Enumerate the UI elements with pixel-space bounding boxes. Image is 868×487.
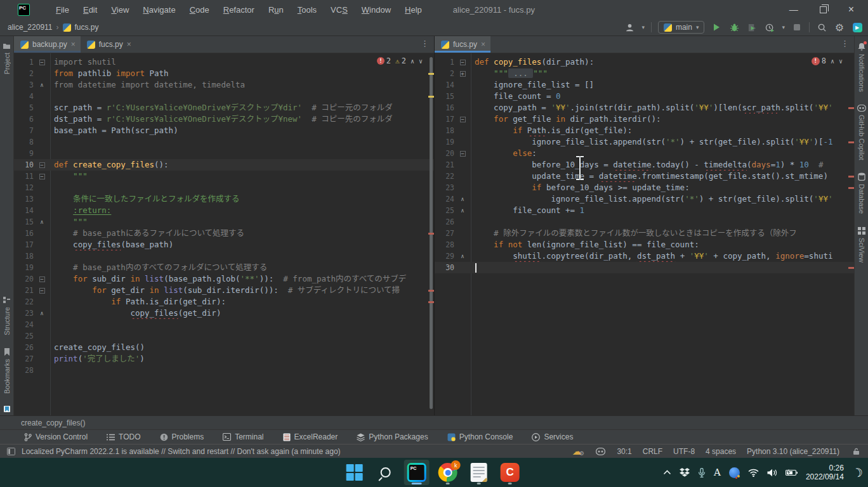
line-number[interactable]: 25 (435, 205, 454, 216)
next-problem-icon[interactable]: ∨ (419, 58, 423, 65)
line-number[interactable]: 13 (14, 193, 34, 205)
code-text[interactable] (50, 330, 434, 342)
prev-problem-icon[interactable]: ∧ (411, 58, 414, 65)
stop-button[interactable] (791, 22, 803, 33)
code-text[interactable] (50, 319, 434, 330)
line-number[interactable]: 28 (435, 239, 454, 250)
code-text[interactable]: copy_files(base_path) (50, 239, 434, 250)
taskbar-chrome-button[interactable]: k (435, 460, 461, 485)
close-icon[interactable]: × (127, 40, 131, 49)
code-text[interactable]: for sub_dir in list(base_path.glob('**')… (50, 273, 434, 285)
bookmark-flag-icon[interactable] (3, 405, 11, 413)
line-number[interactable]: 29 (435, 250, 454, 262)
taskbar-pycharm-button[interactable]: PC (404, 460, 430, 485)
code-line[interactable]: 20− else: (435, 148, 854, 159)
fold-marker[interactable] (34, 228, 50, 239)
code-text[interactable]: if before_10_days >= update_time: (471, 182, 854, 193)
status-message[interactable]: Localized PyCharm 2022.2.1 is available … (22, 447, 341, 456)
taskbar-search-button[interactable] (373, 460, 398, 485)
line-number[interactable]: 9 (14, 148, 34, 159)
code-line[interactable]: 12 (14, 182, 434, 193)
toolwindow-python-console[interactable]: Python Console (447, 432, 513, 441)
fold-marker[interactable]: − (454, 56, 471, 68)
code-text[interactable]: from datetime import datetime, timedelta (50, 79, 434, 91)
menu-code[interactable]: Code (184, 3, 215, 16)
code-line[interactable]: 26 (435, 216, 854, 228)
line-number[interactable]: 15 (14, 216, 34, 228)
code-line[interactable]: 18 (14, 250, 434, 262)
sidebar-item-github-copilot[interactable]: GitHub Copilot (857, 105, 866, 160)
fold-marker[interactable] (34, 365, 50, 376)
minimize-button[interactable]: — (789, 4, 798, 15)
fold-marker[interactable] (34, 102, 50, 114)
chevron-down-icon[interactable]: ▾ (641, 24, 645, 30)
code-line[interactable]: 9 (14, 148, 434, 159)
code-text[interactable]: ignore_file_list = [] (471, 79, 854, 91)
line-number[interactable]: 27 (14, 353, 34, 365)
error-stripe-mark[interactable] (848, 267, 854, 269)
fold-marker[interactable] (454, 228, 471, 239)
close-icon[interactable]: × (71, 40, 76, 49)
status-item[interactable]: 4 spaces (706, 447, 736, 456)
line-number[interactable]: 8 (14, 136, 34, 148)
line-number[interactable]: 28 (14, 365, 34, 376)
line-number[interactable]: 17 (435, 114, 454, 125)
code-text[interactable]: copy_files(get_dir) (50, 308, 434, 319)
code-text[interactable]: """ ... """ (471, 68, 854, 79)
code-text[interactable]: update_time = datetime.fromtimestamp(get… (471, 171, 854, 182)
code-line[interactable]: 14 ignore_file_list = [] (435, 79, 854, 91)
code-line[interactable]: 26create_copy_files() (14, 342, 434, 353)
fold-marker[interactable]: ∧ (34, 308, 50, 319)
code-line[interactable]: 3∧from datetime import datetime, timedel… (14, 79, 434, 91)
fold-marker[interactable] (454, 159, 471, 171)
code-text[interactable]: """ (50, 216, 434, 228)
inspection-widget[interactable]: !2 ⚠2 ∧ ∨ (374, 56, 425, 66)
menu-view[interactable]: View (105, 3, 135, 16)
code-line[interactable]: 8 (14, 136, 434, 148)
code-text[interactable]: for get_file in dir_path.iterdir(): (471, 114, 854, 125)
layout-icon[interactable] (5, 446, 16, 457)
inspection-widget[interactable]: !8 ∧ ∨ (809, 56, 845, 66)
code-text[interactable] (50, 91, 434, 102)
ime-indicator[interactable]: A (714, 467, 721, 478)
menu-tools[interactable]: Tools (292, 3, 322, 16)
taskbar-clock[interactable]: 0:26 2022/09/14 (806, 464, 844, 481)
fold-marker[interactable]: ∧ (454, 250, 471, 262)
run-button[interactable] (711, 22, 722, 33)
code-line[interactable]: 25 (14, 330, 434, 342)
fold-marker[interactable] (34, 342, 50, 353)
gear-icon[interactable]: ⚙ (834, 22, 845, 33)
code-text[interactable] (50, 182, 434, 193)
run-configuration-select[interactable]: main ▾ (658, 21, 705, 34)
sidebar-item-bookmarks[interactable]: Bookmarks (3, 348, 11, 394)
debug-button[interactable] (728, 22, 740, 33)
toolwindow-version-control[interactable]: Version Control (24, 432, 88, 441)
line-number[interactable]: 18 (14, 250, 34, 262)
code-text[interactable]: dst_path = r'C:¥Users¥alice¥OneDrive¥デスク… (50, 114, 434, 125)
line-number[interactable]: 26 (14, 342, 34, 353)
error-stripe-mark[interactable] (848, 176, 854, 178)
code-line[interactable]: 4 (14, 91, 434, 102)
code-line[interactable]: 13 条件に一致したファイルとフォルダを作成する (14, 193, 434, 205)
code-text[interactable] (50, 365, 434, 376)
cloud-settings-icon[interactable]: ☁⚙ (572, 446, 584, 457)
fold-marker[interactable] (34, 91, 50, 102)
code-line[interactable]: 27 # 除外ファイルの要素数とファイル数が一致しないときはコピーを作成する（除… (435, 228, 854, 239)
fold-marker[interactable] (454, 171, 471, 182)
line-number[interactable]: 1 (14, 56, 34, 68)
code-text[interactable]: print('完了しました') (50, 353, 434, 365)
sidebar-item-structure[interactable]: Structure (3, 297, 11, 335)
code-line[interactable]: 2from pathlib import Path (14, 68, 434, 79)
code-editor-fucs[interactable]: !8 ∧ ∨ 1−def copy_files(dir_path):2+ """… (435, 53, 854, 415)
code-line[interactable]: 29∧ shutil.copytree(dir_path, dst_path +… (435, 250, 854, 262)
fold-marker[interactable]: − (454, 148, 471, 159)
line-number[interactable]: 27 (435, 228, 454, 239)
line-number[interactable]: 4 (14, 91, 34, 102)
fold-marker[interactable] (34, 353, 50, 365)
menu-help[interactable]: Help (399, 3, 428, 16)
code-text[interactable]: scr_path = r'C:¥Users¥alice¥OneDrive¥デスク… (50, 102, 434, 114)
line-number[interactable]: 25 (14, 330, 34, 342)
fold-marker[interactable]: − (34, 273, 50, 285)
taskbar-notepad-button[interactable] (466, 460, 492, 485)
code-line[interactable]: 7base_path = Path(scr_path) (14, 125, 434, 136)
